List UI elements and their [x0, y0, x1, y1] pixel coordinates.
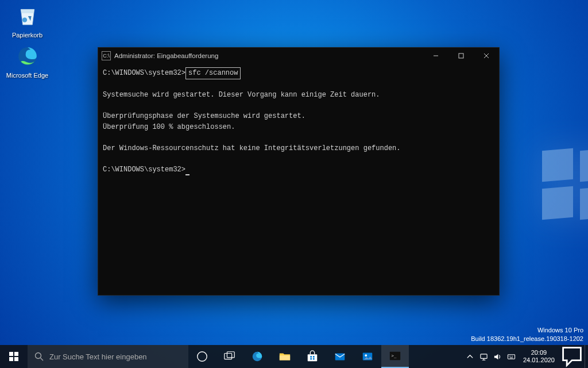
start-button[interactable] [0, 345, 28, 368]
svg-rect-3 [459, 53, 463, 58]
window-title: Administrator: Eingabeaufforderung [114, 52, 423, 59]
svg-rect-26 [508, 354, 515, 359]
svg-rect-14 [310, 356, 312, 358]
prompt-path: C:\WINDOWS\system32> [103, 69, 185, 77]
recycle-bin-icon[interactable]: Papierkorb [6, 5, 49, 40]
typed-command: sfc /scannow [185, 67, 241, 79]
taskbar-app-explorer[interactable] [271, 345, 299, 368]
system-tray: 20:09 24.01.2020 [463, 345, 588, 368]
notification-icon [559, 344, 585, 368]
window-titlebar[interactable]: C:\ Administrator: Eingabeaufforderung [98, 48, 499, 64]
terminal-icon: >_ [389, 350, 401, 362]
tray-network-button[interactable] [477, 345, 491, 368]
tray-ime-button[interactable] [505, 345, 519, 368]
chevron-up-icon [466, 352, 474, 361]
taskbar-app-mail[interactable] [326, 345, 354, 368]
svg-rect-10 [227, 352, 234, 358]
svg-rect-23 [481, 354, 487, 358]
output-line: Der Windows-Ressourcenschutz hat keine I… [103, 144, 400, 152]
taskbar-app-edge[interactable] [243, 345, 271, 368]
cmd-window: C:\ Administrator: Eingabeaufforderung C… [98, 47, 500, 296]
tray-volume-button[interactable] [491, 345, 505, 368]
search-placeholder: Zur Suche Text hier eingeben [49, 352, 147, 361]
svg-point-0 [22, 18, 26, 22]
store-icon [306, 350, 319, 363]
window-controls [423, 48, 499, 64]
cortana-button[interactable] [188, 345, 216, 368]
output-line: Überprüfungsphase der Systemsuche wird g… [103, 112, 305, 120]
svg-text:>_: >_ [392, 353, 397, 358]
taskbar-search[interactable]: Zur Suche Text hier eingeben [28, 345, 188, 368]
search-icon [34, 352, 44, 361]
edge-browser-icon[interactable]: Microsoft Edge [6, 45, 49, 80]
taskbar-clock[interactable]: 20:09 24.01.2020 [519, 349, 559, 364]
edge-label: Microsoft Edge [6, 72, 48, 79]
trash-icon [16, 5, 39, 28]
watermark-line1: Windows 10 Pro [471, 326, 583, 334]
svg-rect-15 [313, 356, 315, 358]
taskbar-app-cmd[interactable]: >_ [381, 345, 409, 368]
output-line: Systemsuche wird gestartet. Dieser Vorga… [103, 91, 380, 99]
edge-icon [16, 45, 39, 68]
maximize-button[interactable] [448, 48, 474, 64]
watermark-line2: Build 18362.19h1_release.190318-1202 [471, 335, 583, 343]
clock-time: 20:09 [523, 349, 555, 356]
mail-icon [334, 350, 346, 363]
prompt-path: C:\WINDOWS\system32> [103, 166, 185, 174]
tray-overflow-button[interactable] [463, 345, 477, 368]
output-line: Überprüfung 100 % abgeschlossen. [103, 123, 235, 131]
clock-date: 24.01.2020 [523, 356, 555, 364]
action-center-button[interactable] [559, 345, 585, 368]
speaker-icon [493, 352, 502, 361]
svg-rect-16 [310, 358, 312, 360]
console-output[interactable]: C:\WINDOWS\system32>sfc /scannow Systems… [98, 64, 499, 295]
text-cursor [185, 168, 189, 175]
svg-line-7 [41, 358, 44, 361]
svg-point-8 [198, 352, 207, 362]
windows-logo-icon [9, 352, 18, 361]
svg-rect-17 [313, 358, 315, 360]
network-icon [479, 352, 488, 361]
keyboard-icon [507, 352, 516, 361]
taskbar-app-store[interactable] [299, 345, 326, 368]
svg-rect-13 [308, 354, 318, 361]
recycle-bin-label: Papierkorb [12, 32, 42, 39]
svg-rect-12 [280, 355, 290, 360]
show-desktop-button[interactable] [585, 345, 588, 368]
photos-icon [361, 350, 374, 363]
desktop-watermark: Windows 10 Pro Build 18362.19h1_release.… [471, 326, 583, 343]
svg-rect-9 [225, 354, 232, 359]
folder-icon [278, 350, 291, 363]
taskbar: Zur Suche Text hier eingeben >_ [0, 345, 588, 368]
wallpaper-windows-logo [542, 150, 588, 218]
task-view-icon [223, 350, 236, 363]
close-button[interactable] [474, 48, 499, 64]
edge-icon [251, 350, 264, 363]
task-view-button[interactable] [216, 345, 243, 368]
minimize-button[interactable] [423, 48, 448, 64]
svg-point-6 [36, 353, 41, 359]
taskbar-app-photos[interactable] [354, 345, 381, 368]
svg-point-20 [365, 354, 367, 356]
cmd-app-icon: C:\ [102, 51, 111, 60]
cortana-icon [196, 350, 208, 363]
